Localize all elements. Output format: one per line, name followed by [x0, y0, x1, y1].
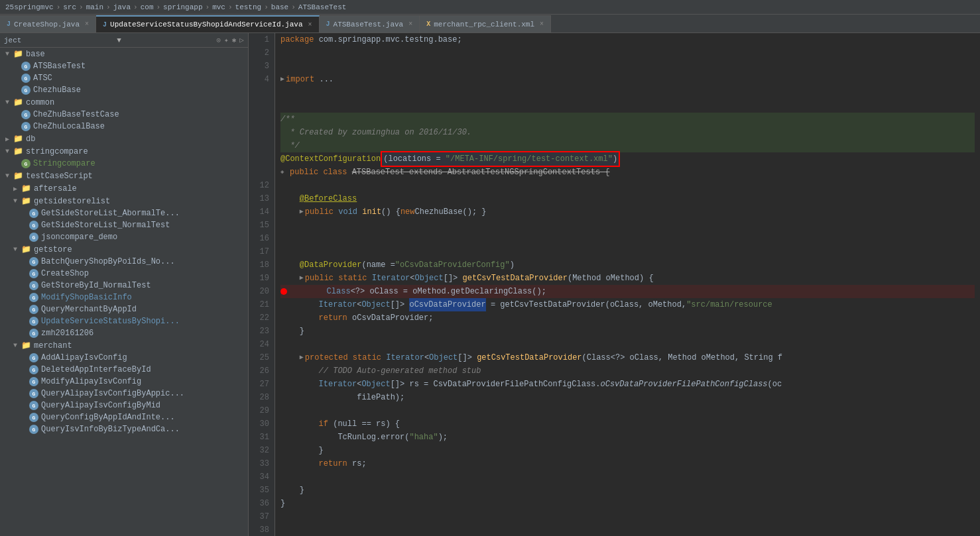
expand-arrow: ▼	[13, 197, 20, 205]
sidebar-icon-expand[interactable]: ▷	[239, 36, 244, 44]
sidebar-item-label: AddAlipayIsvConfig	[41, 353, 127, 362]
expand-arrow: ▶	[5, 135, 12, 143]
sidebar-item-QueryAlipayIsvConfigByMid[interactable]: G QueryAlipayIsvConfigByMid	[0, 400, 248, 411]
sidebar-item-getstore[interactable]: ▼ 📁 getstore	[0, 243, 248, 256]
java-icon: G	[21, 110, 31, 119]
code-line: ▶ public void init() { new ChezhuBase();…	[280, 205, 975, 219]
java-icon: G	[29, 305, 38, 314]
sidebar-item-GetSideStoreList-Normal[interactable]: G GetSideStoreList_NormalTest	[0, 219, 248, 231]
sidebar-item-CheZhuBaseTestCase[interactable]: G CheZhuBaseTestCase	[0, 109, 248, 121]
code-line	[280, 46, 975, 60]
code-line: @DataProvider(name = "oCsvDataProviderCo…	[280, 258, 975, 272]
code-line: return rs;	[280, 457, 975, 470]
sidebar-item-jsoncompare-demo[interactable]: G jsoncompare_demo	[0, 231, 248, 243]
sidebar-item-QueryMerchantByAppId[interactable]: G QueryMerchantByAppId	[0, 303, 248, 315]
sidebar-item-DeletedAppInterface[interactable]: G DeletedAppInterfaceById	[0, 364, 248, 376]
code-editor: 1 2 3 4 12 13 14 15 16 17 18 19 20	[249, 33, 980, 536]
tab-ATSBaseTest[interactable]: J ATSBaseTest.java ×	[320, 15, 420, 32]
sidebar-item-label: QueryMerchantByAppId	[41, 305, 137, 314]
sidebar-item-zmh20161206[interactable]: G zmh20161206	[0, 327, 248, 339]
sidebar-item-GetSideStoreList-Abnormal[interactable]: G GetSideStoreList_AbormalTe...	[0, 207, 248, 219]
code-line: */	[280, 139, 975, 152]
breadcrumb-class: ATSBaseTest	[298, 3, 347, 11]
close-icon[interactable]: ×	[308, 21, 312, 28]
sidebar-item-QueryAlipayIsvConfigByAppic[interactable]: G QueryAlipayIsvConfigByAppic...	[0, 388, 248, 400]
folder-icon: 📁	[21, 341, 31, 350]
sidebar-item-aftersale[interactable]: ▶ 📁 aftersale	[0, 182, 248, 195]
code-line: if (null == rs) {	[280, 417, 975, 431]
sidebar-item-common[interactable]: ▼ 📁 common	[0, 96, 248, 109]
code-line: }	[280, 325, 975, 338]
java-icon: G	[29, 425, 38, 434]
sidebar-item-base[interactable]: ▼ 📁 base	[0, 48, 248, 60]
sidebar-item-CreateShop[interactable]: G CreateShop	[0, 268, 248, 280]
sidebar-item-testCaseScript[interactable]: ▼ 📁 testCaseScript	[0, 170, 248, 182]
code-line	[280, 470, 975, 484]
breadcrumb-project: 25springmvc	[5, 3, 54, 11]
sidebar-item-getsidestorelist[interactable]: ▼ 📁 getsidestorelist	[0, 195, 248, 207]
code-area: 1 2 3 4 12 13 14 15 16 17 18 19 20	[249, 33, 980, 536]
sidebar-item-label: Stringcompare	[33, 159, 95, 168]
sidebar-item-AddAlipayIsvConfig[interactable]: G AddAlipayIsvConfig	[0, 352, 248, 364]
expand-arrow: ▼	[5, 148, 12, 155]
java-icon: G	[29, 413, 38, 422]
breakpoint-icon	[280, 288, 287, 295]
java-icon: G	[29, 209, 38, 218]
folder-icon: 📁	[13, 134, 23, 144]
code-line: ▶ protected static Iterator<Object[]> ge…	[280, 351, 975, 364]
sidebar-item-db[interactable]: ▶ 📁 db	[0, 133, 248, 145]
sidebar-item-label: aftersale	[34, 184, 77, 193]
sidebar-header: ject ▼ ⊙ ✦ ✱ ▷	[0, 33, 248, 48]
sidebar-item-ATSBaseTest[interactable]: G ATSBaseTest	[0, 60, 248, 72]
tab-UpdateService[interactable]: J UpdateServiceStatusByShopidAndServiceI…	[96, 15, 319, 32]
expand-arrow: ▼	[13, 246, 20, 253]
sidebar-icon-gear[interactable]: ✦	[224, 36, 229, 44]
expand-arrow: ▼	[5, 50, 12, 58]
code-line: package com.springapp.mvc.testng.base;	[280, 33, 975, 46]
code-line	[280, 245, 975, 258]
sidebar-item-Stringcompare[interactable]: G Stringcompare	[0, 158, 248, 170]
code-line	[280, 99, 975, 113]
java-icon: G	[29, 257, 38, 266]
breadcrumb-bar: 25springmvc › src › main › java › com › …	[0, 0, 980, 15]
tab-merchant-rpc-label: merchant_rpc_client.xml	[434, 21, 534, 28]
sidebar-item-ModifyAlipayIsvConfig[interactable]: G ModifyAlipayIsvConfig	[0, 376, 248, 388]
tab-merchant-rpc[interactable]: X merchant_rpc_client.xml ×	[420, 15, 551, 32]
sidebar-item-label: QueryAlipayIsvConfigByMid	[41, 401, 160, 410]
line-numbers: 1 2 3 4 12 13 14 15 16 17 18 19 20	[249, 33, 275, 536]
code-line: ▶ import ...	[280, 73, 975, 86]
highlight-box: (locations = "/META-INF/spring/test-cont…	[381, 151, 620, 167]
sidebar-item-label: CheZhuBaseTestCase	[33, 110, 119, 119]
close-icon[interactable]: ×	[540, 21, 544, 28]
sidebar-icon-sync[interactable]: ⊙	[216, 36, 221, 44]
sidebar-item-ModifyShopBasicInfo[interactable]: G ModifyShopBasicInfo	[0, 292, 248, 303]
sidebar-item-QueryIsvInfoByBizType[interactable]: G QueryIsvInfoByBizTypeAndCa...	[0, 423, 248, 435]
sidebar-item-GetStoreById[interactable]: G GetStoreById_NormalTest	[0, 280, 248, 292]
tab-CreateShop[interactable]: J CreateShop.java ×	[0, 15, 96, 32]
close-icon[interactable]: ×	[85, 21, 89, 28]
folder-icon: 📁	[21, 196, 31, 206]
sidebar-item-label: merchant	[34, 341, 72, 350]
sidebar-item-BatchQueryShopByPoiIds[interactable]: G BatchQueryShopByPoiIds_No...	[0, 256, 248, 268]
sidebar-item-ChezhuBase[interactable]: G ChezhuBase	[0, 84, 248, 96]
code-content[interactable]: package com.springapp.mvc.testng.base; ▶…	[275, 33, 980, 536]
sidebar-item-QueryConfigByAppId[interactable]: G QueryConfigByAppIdAndInte...	[0, 411, 248, 423]
java-icon: G	[29, 281, 38, 290]
sidebar-item-stringcompare[interactable]: ▼ 📁 stringcompare	[0, 145, 248, 158]
code-line: * Created by zouminghua on 2016/11/30.	[280, 126, 975, 139]
java-icon: G	[21, 74, 31, 83]
sidebar-icon-settings[interactable]: ✱	[232, 36, 237, 44]
sidebar-item-label: zmh20161206	[41, 329, 93, 338]
code-line: // TODO Auto-generated method stub	[280, 364, 975, 378]
sidebar-item-CheZhuLocalBase[interactable]: G CheZhuLocalBase	[0, 121, 248, 133]
sidebar-item-ATSC[interactable]: G ATSC	[0, 72, 248, 84]
sidebar-item-label: QueryConfigByAppIdAndInte...	[41, 413, 175, 422]
code-line: }	[280, 497, 975, 510]
sidebar-item-merchant[interactable]: ▼ 📁 merchant	[0, 339, 248, 352]
sidebar-item-label: ATSBaseTest	[33, 62, 86, 71]
sidebar-item-label: BatchQueryShopByPoiIds_No...	[41, 257, 175, 266]
close-icon[interactable]: ×	[408, 21, 412, 28]
tab-ATSBaseTest-label: ATSBaseTest.java	[334, 21, 404, 28]
sidebar-item-UpdateServiceStatus[interactable]: G UpdateServiceStatusByShopi...	[0, 315, 248, 327]
java-icon: G	[29, 353, 38, 362]
